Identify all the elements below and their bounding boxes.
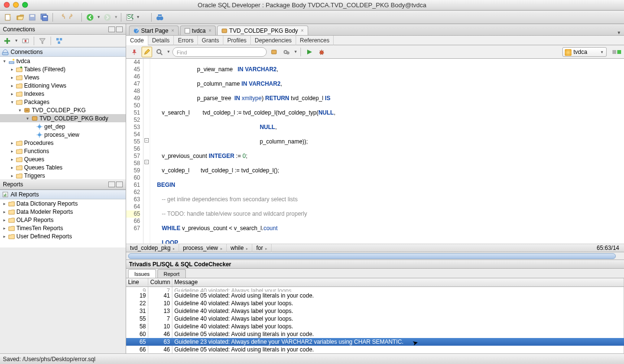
open-icon[interactable] — [15, 12, 26, 23]
find-input[interactable]: Find — [172, 47, 267, 57]
search-icon[interactable] — [154, 47, 165, 57]
edit-icon[interactable] — [142, 47, 152, 57]
connection-selector[interactable]: tvdca — [562, 47, 607, 57]
svg-text:SQL: SQL — [127, 13, 133, 20]
table-row[interactable]: 2210Guideline 40 violated: Always label … — [126, 299, 624, 307]
svg-rect-18 — [58, 41, 60, 44]
close-icon[interactable]: × — [301, 28, 304, 33]
tab-issues[interactable]: Issues — [128, 269, 156, 278]
undo-icon[interactable] — [56, 12, 66, 23]
save-all-icon[interactable] — [39, 12, 50, 23]
line-gutter: 4445464748495051525354555657585960616263… — [126, 59, 143, 244]
table-row[interactable]: 6646Guideline 05 violated: Avoid using l… — [126, 346, 624, 353]
tree-item-pkg-body[interactable]: ▾TVD_COLDEP_PKG Body — [0, 114, 126, 122]
svg-rect-17 — [60, 38, 62, 40]
connections-icon — [2, 49, 9, 55]
crumb-item[interactable]: for — [252, 244, 272, 252]
checker-panel-header: Trivadis PL/SQL & SQL CodeChecker — [126, 260, 624, 269]
svg-text:?: ? — [135, 28, 139, 34]
table-row[interactable]: 557Guideline 40 violated: Always label y… — [126, 315, 624, 323]
subtab-code[interactable]: Code — [126, 36, 148, 45]
connections-section-header[interactable]: Connections — [0, 47, 126, 57]
crumb-item[interactable]: while — [227, 244, 252, 252]
code-editor[interactable]: 4445464748495051525354555657585960616263… — [126, 59, 624, 244]
panel-pin-icon[interactable] — [108, 26, 115, 32]
forward-icon[interactable] — [102, 12, 113, 23]
close-icon[interactable]: × — [171, 28, 174, 33]
connections-panel-header: Connections — [0, 24, 126, 35]
reports-tree[interactable]: ▸Data Dictionary Reports ▸Data Modeler R… — [0, 199, 126, 247]
sql-worksheet-icon[interactable]: SQL — [124, 12, 135, 23]
table-row[interactable]: 1941Guideline 05 violated: Avoid using l… — [126, 292, 624, 299]
svg-point-22 — [20, 66, 22, 68]
save-icon[interactable] — [27, 12, 38, 23]
code-body[interactable]: p_view_name IN VARCHAR2, p_column_name I… — [150, 59, 624, 244]
svg-point-34 — [157, 50, 161, 53]
tab-start-page[interactable]: ?Start Page× — [129, 26, 179, 35]
subtab-errors[interactable]: Errors — [174, 36, 198, 45]
window-title: Oracle SQL Developer : Package Body TVDC… — [198, 1, 427, 9]
table-row[interactable]: 5810Guideline 40 violated: Always label … — [126, 323, 624, 330]
svg-point-21 — [13, 59, 14, 61]
table-row[interactable]: 6563Guideline 23 violated: Always define… — [126, 338, 624, 346]
window-titlebar: Oracle SQL Developer : Package Body TVDC… — [0, 0, 624, 11]
fold-column[interactable]: − − — [143, 59, 150, 244]
svg-point-25 — [38, 125, 41, 128]
filter-icon[interactable] — [37, 36, 48, 46]
debug-icon[interactable] — [316, 47, 327, 57]
checker-tabs: Issues Report — [126, 269, 624, 278]
zoom-window-icon[interactable] — [22, 2, 28, 8]
horizontal-scrollbar[interactable] — [126, 252, 624, 260]
svg-rect-29 — [5, 194, 6, 196]
fold-minus-icon[interactable]: − — [144, 138, 149, 143]
svg-rect-20 — [9, 62, 14, 64]
close-icon[interactable]: × — [208, 28, 211, 33]
table-row[interactable]: 3113Guideline 40 violated: Always label … — [126, 307, 624, 315]
compile-icon[interactable] — [269, 47, 279, 57]
back-icon[interactable] — [85, 12, 95, 23]
subtab-dependencies[interactable]: Dependencies — [251, 36, 296, 45]
editor-toolbar: ▼ Find ▼ tvdca — [126, 45, 624, 59]
new-icon[interactable] — [3, 12, 13, 23]
panel-minimize-icon[interactable] — [116, 26, 123, 32]
subtab-details[interactable]: Details — [148, 36, 174, 45]
svg-rect-24 — [32, 117, 37, 120]
refresh-tree-icon[interactable] — [54, 36, 65, 46]
tabs-chevron-icon[interactable]: ▼ — [617, 30, 624, 35]
subtab-grants[interactable]: Grants — [198, 36, 223, 45]
new-connection-icon[interactable] — [2, 36, 13, 46]
panel-minimize-icon[interactable] — [116, 182, 123, 187]
pin-icon[interactable] — [129, 47, 140, 57]
dba-icon[interactable] — [155, 12, 165, 23]
tab-report[interactable]: Report — [157, 269, 186, 278]
subtab-references[interactable]: References — [296, 36, 334, 45]
crumb-item[interactable]: process_view — [179, 244, 227, 252]
main-toolbar: ▼ ▼ SQL ▼ — [0, 11, 624, 24]
subtab-profiles[interactable]: Profiles — [223, 36, 251, 45]
connections-toolbar: ▼ — [0, 35, 126, 47]
redo-icon[interactable] — [68, 12, 78, 23]
status-bar: Saved: /Users/phs/Desktop/error.sql — [0, 353, 624, 364]
tab-pkg-body[interactable]: TVD_COLDEP_PKG Body× — [217, 26, 308, 35]
table-row[interactable]: 6046Guideline 05 violated: Avoid using l… — [126, 330, 624, 338]
crumb-item[interactable]: tvd_coldep_pkg — [126, 244, 179, 252]
svg-point-11 — [159, 16, 163, 20]
table-row[interactable]: 97Guideline 40 violated: Always label yo… — [126, 287, 624, 292]
issues-table[interactable]: Line Column Message 97Guideline 40 viola… — [126, 278, 624, 353]
reports-panel-header: Reports — [0, 179, 126, 190]
tns-icon[interactable] — [20, 36, 31, 46]
minimize-window-icon[interactable] — [13, 2, 19, 8]
sub-tabs: Code Details Errors Grants Profiles Depe… — [126, 36, 624, 45]
panel-pin-icon[interactable] — [108, 182, 115, 187]
reports-section-header[interactable]: All Reports — [0, 190, 126, 199]
worksheet-icon — [184, 28, 190, 34]
tab-tvdca[interactable]: tvdca× — [180, 26, 216, 35]
breadcrumb: tvd_coldep_pkg process_view while for 65… — [126, 244, 624, 252]
run-icon[interactable] — [304, 47, 314, 57]
table-header: Line Column Message — [126, 278, 624, 287]
fold-minus-icon[interactable]: − — [144, 160, 149, 164]
close-window-icon[interactable] — [4, 2, 10, 8]
connections-tree[interactable]: ▾tvdca ▸Tables (Filtered) ▸Views ▸Editio… — [0, 57, 126, 179]
cursor-position: 65:63/14 — [597, 245, 624, 251]
gears-icon[interactable] — [281, 47, 292, 57]
